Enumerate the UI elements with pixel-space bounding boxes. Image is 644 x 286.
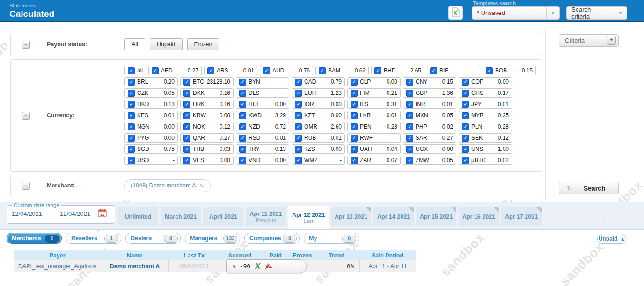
currency-checkbox[interactable]: ✓ HKD 0.13 — [124, 100, 178, 109]
currency-checkbox[interactable]: ✓ PYG 0.00 — [124, 133, 178, 143]
table-column-header[interactable]: Name — [101, 252, 168, 259]
checkbox-checked-icon[interactable]: ✓ — [295, 79, 302, 86]
checkbox-checked-icon[interactable]: ✓ — [406, 101, 413, 108]
currency-checkbox[interactable]: ✓ PLN 0.28 — [459, 122, 512, 131]
checkbox-checked-icon[interactable]: ✓ — [351, 112, 358, 119]
checkbox-checked-icon[interactable]: ✓ — [239, 146, 246, 153]
merchant-selector[interactable]: (1048) Demo merchant A ✎ — [124, 179, 211, 192]
date-from-input[interactable] — [11, 210, 46, 218]
checkbox-checked-icon[interactable]: ✓ — [406, 79, 413, 86]
period-tab[interactable]: Apr 17 2021 — [501, 207, 542, 226]
currency-checkbox[interactable]: ✓ MXN 0.05 — [403, 111, 456, 120]
checkbox-checked-icon[interactable]: ✓ — [295, 90, 302, 97]
checkbox-checked-icon[interactable]: ✓ — [351, 79, 358, 86]
entity-tab[interactable]: Managers 133 — [185, 233, 240, 244]
checkbox-checked-icon[interactable]: ✓ — [430, 67, 437, 74]
currency-checkbox[interactable]: ✓ µBTC 0.02 — [459, 156, 512, 165]
checkbox-checked-icon[interactable]: ✓ — [462, 79, 469, 86]
currency-checkbox[interactable]: ✓ ARS 0.01 — [204, 66, 257, 75]
currency-checkbox[interactable]: ✓ PHP 0.02 — [403, 122, 456, 131]
currency-checkbox[interactable]: ✓ SEK 0.12 — [459, 133, 512, 143]
checkbox-checked-icon[interactable]: ✓ — [128, 146, 135, 153]
excel-download-icon[interactable]: X — [255, 262, 260, 271]
checkbox-checked-icon[interactable]: ✓ — [295, 123, 302, 130]
checkbox-checked-icon[interactable]: ✓ — [152, 67, 159, 74]
payer-cell[interactable]: DAPI_test_manager_Agaltsov — [14, 260, 101, 272]
currency-checkbox[interactable]: ✓ KRW 0.00 — [180, 111, 234, 120]
checkbox-checked-icon[interactable]: ✓ — [462, 112, 469, 119]
currency-checkbox[interactable]: ✓ INR 0.01 — [403, 100, 456, 109]
currency-checkbox[interactable]: ✓ CAD 0.79 — [292, 77, 345, 86]
collapse-currency-button[interactable]: − — [22, 112, 30, 120]
checkbox-checked-icon[interactable]: ✓ — [295, 146, 302, 153]
currency-checkbox[interactable]: ✓ DLS - — [236, 88, 289, 98]
period-tab[interactable]: Apr 12 2021 Last — [288, 206, 329, 229]
currency-checkbox[interactable]: ✓ IDR 0.00 — [292, 100, 345, 109]
currency-checkbox[interactable]: ✓ BAM 0.62 — [315, 66, 369, 75]
currency-checkbox[interactable]: ✓ ZAR 0.07 — [347, 156, 401, 165]
currency-checkbox[interactable]: ✓ UAH 0.04 — [347, 144, 401, 154]
currency-checkbox[interactable]: ✓ TRY 0.13 — [236, 144, 289, 154]
checkbox-checked-icon[interactable]: ✓ — [462, 101, 469, 108]
currency-checkbox[interactable]: ✓ ILS 0.31 — [347, 100, 401, 109]
entity-tab[interactable]: Dealers 0 — [125, 233, 181, 244]
checkbox-checked-icon[interactable]: ✓ — [295, 101, 302, 108]
currency-checkbox[interactable]: ✓ MYR 0.25 — [459, 111, 512, 120]
checkbox-checked-icon[interactable]: ✓ — [128, 123, 135, 130]
currency-checkbox[interactable]: ✓ SGD 0.75 — [124, 144, 178, 154]
checkbox-checked-icon[interactable]: ✓ — [462, 135, 469, 142]
currency-checkbox[interactable]: ✓ NOK 0.12 — [180, 122, 234, 131]
payout-status-option[interactable]: Unpaid — [150, 38, 183, 50]
checkbox-checked-icon[interactable]: ✓ — [374, 67, 381, 74]
currency-checkbox[interactable]: ✓ BOB 0.15 — [483, 66, 536, 75]
checkbox-checked-icon[interactable]: ✓ — [263, 67, 270, 74]
currency-checkbox[interactable]: ✓ THB 0.03 — [180, 144, 234, 154]
currency-checkbox[interactable]: ✓ FIM 0.21 — [347, 88, 401, 98]
checkbox-checked-icon[interactable]: ✓ — [128, 157, 135, 164]
criteria-button[interactable]: Criteria + — [559, 34, 619, 47]
checkbox-checked-icon[interactable]: ✓ — [128, 79, 135, 86]
table-column-header[interactable]: Frozen — [291, 252, 314, 259]
currency-checkbox[interactable]: ✓ WMZ - — [292, 156, 345, 165]
checkbox-checked-icon[interactable]: ✓ — [351, 157, 358, 164]
checkbox-checked-icon[interactable]: ✓ — [128, 101, 135, 108]
checkbox-checked-icon[interactable]: ✓ — [406, 123, 413, 130]
currency-checkbox[interactable]: ✓ DKK 0.16 — [180, 88, 234, 98]
currency-checkbox[interactable]: ✓ GBP 1.36 — [403, 88, 456, 98]
currency-checkbox[interactable]: ✓ CLP 0.00 — [347, 77, 401, 86]
checkbox-checked-icon[interactable]: ✓ — [295, 157, 302, 164]
search-button[interactable]: ↻ Search — [559, 182, 619, 194]
currency-checkbox[interactable]: ✓ VND 0.00 — [236, 156, 289, 165]
currency-checkbox[interactable]: ✓ UNS 1.00 — [459, 144, 512, 154]
calendar-icon[interactable]: 31 — [98, 208, 107, 219]
currency-checkbox[interactable]: ✓ NGN 0.00 — [124, 122, 178, 131]
currency-checkbox[interactable]: ✓ BYN - — [236, 77, 289, 86]
currency-checkbox[interactable]: ✓ KWD 3.29 — [236, 111, 289, 120]
currency-checkbox[interactable]: ✓ HRK 0.16 — [180, 100, 234, 109]
checkbox-checked-icon[interactable]: ✓ — [406, 146, 413, 153]
currency-checkbox[interactable]: ✓ JPY 0.01 — [459, 100, 512, 109]
chevron-down-icon[interactable]: ▼ — [614, 7, 627, 19]
checkbox-checked-icon[interactable]: ✓ — [406, 157, 413, 164]
name-cell[interactable]: Demo merchant A — [101, 260, 168, 272]
add-criteria-icon[interactable]: + — [607, 36, 616, 45]
checkbox-checked-icon[interactable]: ✓ — [239, 123, 246, 130]
currency-checkbox[interactable]: ✓ KZT 0.00 — [292, 111, 345, 120]
table-column-header[interactable]: Sale Period — [359, 252, 416, 259]
checkbox-checked-icon[interactable]: ✓ — [183, 101, 190, 108]
period-tab[interactable]: April 2021 — [203, 207, 243, 226]
checkbox-checked-icon[interactable]: ✓ — [486, 67, 493, 74]
export-excel-button[interactable]: X — [448, 6, 463, 20]
checkbox-checked-icon[interactable]: ✓ — [183, 79, 190, 86]
currency-checkbox[interactable]: ✓ PEN 0.28 — [347, 122, 401, 131]
checkbox-checked-icon[interactable]: ✓ — [319, 67, 326, 74]
currency-checkbox[interactable]: ✓ VES 0.00 — [180, 156, 234, 165]
payout-status-option[interactable]: Frozen — [187, 38, 220, 50]
edit-pencil-icon[interactable]: ✎ — [199, 182, 205, 189]
currency-checkbox[interactable]: ✓ UGX 0.00 — [403, 144, 456, 154]
period-tab[interactable]: Apr 15 2021 — [416, 207, 456, 226]
collapse-payout-button[interactable]: − — [22, 41, 30, 49]
checkbox-checked-icon[interactable]: ✓ — [406, 90, 413, 97]
currency-checkbox[interactable]: ✓ BRL 0.20 — [124, 77, 178, 86]
unpaid-sort-button[interactable]: Unpaid ▲ — [597, 234, 626, 244]
